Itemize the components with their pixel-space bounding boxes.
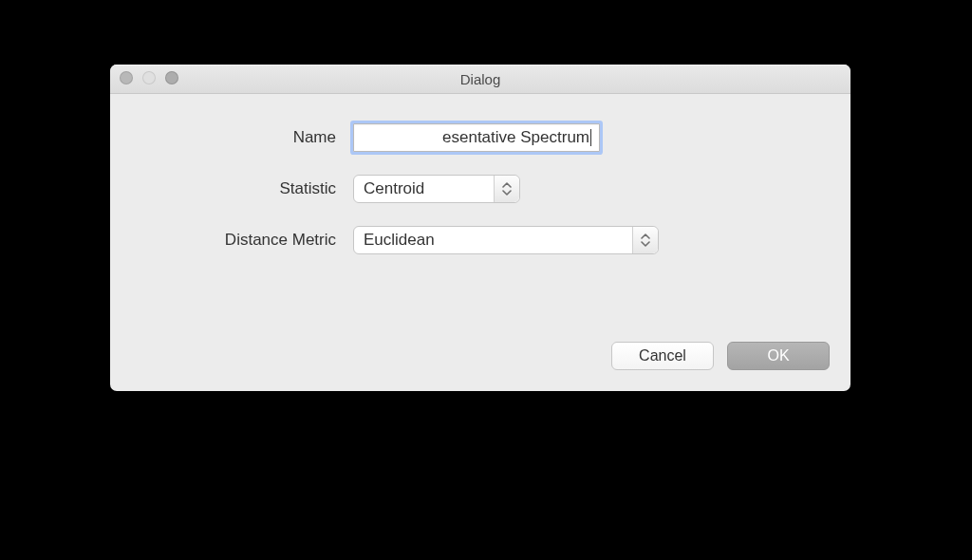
name-label: Name [293, 128, 336, 147]
statistic-select[interactable]: Centroid [353, 175, 520, 203]
statistic-value: Centroid [364, 176, 487, 202]
chevron-up-down-icon [632, 227, 658, 253]
dialog-window: Dialog Name esentative Spectrum Statisti… [110, 65, 850, 391]
name-input-value: esentative Spectrum [442, 128, 589, 147]
form: Name esentative Spectrum Statistic Centr… [110, 123, 850, 254]
distance-metric-value: Euclidean [364, 227, 626, 253]
distance-metric-select[interactable]: Euclidean [353, 226, 659, 254]
cancel-button-label: Cancel [639, 347, 686, 364]
titlebar[interactable]: Dialog [110, 65, 850, 94]
text-caret-icon [590, 129, 591, 146]
name-input[interactable]: esentative Spectrum [353, 123, 600, 152]
distance-metric-label: Distance Metric [225, 231, 336, 250]
ok-button-label: OK [767, 347, 789, 364]
chevron-up-down-icon [494, 176, 519, 202]
button-row: Cancel OK [611, 342, 830, 370]
ok-button[interactable]: OK [727, 342, 830, 370]
statistic-label: Statistic [279, 179, 336, 198]
cancel-button[interactable]: Cancel [611, 342, 714, 370]
window-title: Dialog [110, 65, 850, 93]
